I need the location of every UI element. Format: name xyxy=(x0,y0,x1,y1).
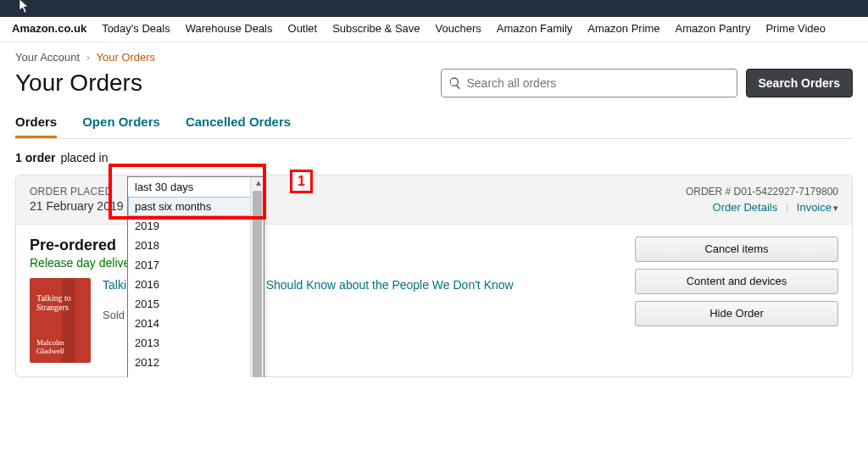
search-orders-button[interactable]: Search Orders xyxy=(746,69,854,97)
page-title: Your Orders xyxy=(15,70,142,97)
breadcrumb: Your Account › Your Orders xyxy=(15,51,853,64)
search-icon xyxy=(448,76,462,90)
nav-prime-video[interactable]: Prime Video xyxy=(765,22,826,35)
invoice-link[interactable]: Invoice xyxy=(797,201,832,214)
nav-warehouse-deals[interactable]: Warehouse Deals xyxy=(186,22,273,35)
secondary-nav: Amazon.co.uk Today's Deals Warehouse Dea… xyxy=(0,17,868,42)
dropdown-option[interactable]: last 30 days xyxy=(128,177,264,197)
window-top-bar xyxy=(0,0,868,17)
item-thumbnail[interactable]: Talking to Strangers Malcolm Gladwell xyxy=(30,278,91,363)
tab-open-orders[interactable]: Open Orders xyxy=(82,108,160,138)
tab-cancelled-orders[interactable]: Cancelled Orders xyxy=(186,108,291,138)
order-count-line: 1 order placed in xyxy=(15,151,853,164)
release-line: Release day delivery: 10 September 2019 xyxy=(30,256,635,270)
release-prefix: Release day delivery: xyxy=(30,256,143,270)
dropdown-option[interactable]: 2018 xyxy=(128,236,264,255)
order-details-link[interactable]: Order Details xyxy=(713,201,778,214)
order-number: ORDER # D01-5422927-7179800 xyxy=(686,186,838,198)
dropdown-option[interactable]: 2013 xyxy=(128,333,264,353)
thumb-title: Talking to Strangers xyxy=(36,293,84,312)
nav-amazon-family[interactable]: Amazon Family xyxy=(497,22,573,35)
order-placed-label: ORDER PLACED xyxy=(30,186,124,198)
dropdown-scrollbar[interactable]: ▲ ▼ xyxy=(250,177,264,377)
links-divider: | xyxy=(786,201,788,214)
dropdown-option[interactable]: 2015 xyxy=(128,294,264,314)
nav-todays-deals[interactable]: Today's Deals xyxy=(102,22,170,35)
cancel-items-button[interactable]: Cancel items xyxy=(635,237,838,262)
preordered-heading: Pre-ordered xyxy=(30,237,635,254)
nav-amazon-prime[interactable]: Amazon Prime xyxy=(587,22,659,35)
annotation-number-1: 1 xyxy=(290,170,313,193)
tab-orders[interactable]: Orders xyxy=(15,108,57,138)
nav-outlet[interactable]: Outlet xyxy=(288,22,318,35)
dropdown-option[interactable]: 2019 xyxy=(128,216,264,236)
search-input[interactable] xyxy=(467,76,730,90)
dropdown-option[interactable]: 2011 xyxy=(128,372,264,377)
thumb-author: Malcolm Gladwell xyxy=(36,339,91,356)
dropdown-option[interactable]: 2016 xyxy=(128,275,264,294)
dropdown-option[interactable]: 2017 xyxy=(128,255,264,275)
breadcrumb-sep: › xyxy=(86,51,90,64)
nav-subscribe-save[interactable]: Subscribe & Save xyxy=(332,22,420,35)
breadcrumb-account[interactable]: Your Account xyxy=(15,51,80,64)
content-devices-button[interactable]: Content and devices xyxy=(635,269,838,294)
cursor-icon xyxy=(19,0,31,18)
dropdown-option[interactable]: past six months xyxy=(128,197,264,216)
nav-brand[interactable]: Amazon.co.uk xyxy=(12,22,86,35)
search-orders-box[interactable] xyxy=(441,69,737,97)
breadcrumb-current: Your Orders xyxy=(97,51,156,64)
time-range-dropdown[interactable]: ▲ ▼ last 30 days past six months 2019 20… xyxy=(127,176,264,377)
dropdown-option[interactable]: 2012 xyxy=(128,353,264,372)
order-placed-value: 21 February 2019 xyxy=(30,199,124,213)
order-count-suffix: placed in xyxy=(60,151,108,164)
order-count: 1 order xyxy=(15,151,55,164)
chevron-down-icon: ▾ xyxy=(833,203,838,213)
order-tabs: Orders Open Orders Cancelled Orders xyxy=(15,108,853,139)
scroll-up-icon[interactable]: ▲ xyxy=(254,178,263,187)
nav-vouchers[interactable]: Vouchers xyxy=(436,22,481,35)
hide-order-button[interactable]: Hide Order xyxy=(635,301,838,326)
dropdown-option[interactable]: 2014 xyxy=(128,314,264,333)
nav-amazon-pantry[interactable]: Amazon Pantry xyxy=(676,22,751,35)
